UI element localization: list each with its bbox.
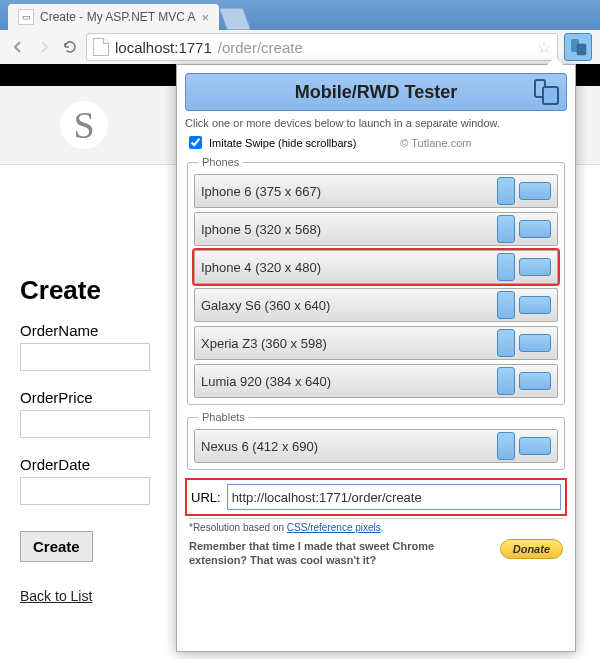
new-tab-button[interactable] — [219, 8, 251, 30]
portrait-button[interactable] — [497, 291, 515, 319]
device-label: Iphone 6 (375 x 667) — [201, 184, 493, 199]
device-label: Iphone 4 (320 x 480) — [201, 260, 493, 275]
rwd-tester-extension-button[interactable] — [564, 33, 592, 61]
browser-tab[interactable]: ▭ Create - My ASP.NET MVC A × — [8, 4, 219, 30]
close-icon[interactable]: × — [202, 10, 210, 25]
popup-title: Mobile/RWD Tester — [185, 73, 567, 111]
landscape-button[interactable] — [519, 437, 551, 455]
resolution-footnote: *Resolution based on CSS/reference pixel… — [189, 518, 563, 533]
url-label: URL: — [191, 490, 221, 505]
url-host: localhost:1771 — [115, 39, 212, 56]
portrait-button[interactable] — [497, 329, 515, 357]
tab-favicon-icon: ▭ — [18, 9, 34, 25]
portrait-button[interactable] — [497, 253, 515, 281]
popup-footer: Remember that time I made that sweet Chr… — [185, 539, 567, 568]
portrait-button[interactable] — [497, 177, 515, 205]
page-icon — [93, 38, 109, 56]
browser-toolbar: localhost:1771/order/create ☆ — [0, 30, 600, 65]
svg-rect-1 — [577, 44, 586, 55]
portrait-button[interactable] — [497, 215, 515, 243]
bookmark-star-icon[interactable]: ☆ — [537, 38, 551, 57]
group-legend: Phones — [198, 156, 243, 168]
landscape-button[interactable] — [519, 220, 551, 238]
device-row[interactable]: Iphone 5 (320 x 568) — [194, 212, 558, 246]
copyright-text: © Tutlane.com — [400, 137, 471, 149]
footnote-prefix: *Resolution based on — [189, 522, 287, 533]
back-to-list-link[interactable]: Back to List — [20, 588, 92, 604]
landscape-button[interactable] — [519, 258, 551, 276]
imitate-swipe-checkbox[interactable] — [189, 136, 202, 149]
address-bar[interactable]: localhost:1771/order/create ☆ — [86, 33, 558, 61]
url-path: /order/create — [218, 39, 303, 56]
device-row[interactable]: Iphone 4 (320 x 480) — [194, 250, 558, 284]
popup-subtitle: Click one or more devices below to launc… — [185, 117, 567, 129]
group-legend: Phablets — [198, 411, 249, 423]
tab-strip: ▭ Create - My ASP.NET MVC A × — [0, 0, 600, 30]
landscape-button[interactable] — [519, 296, 551, 314]
device-label: Lumia 920 (384 x 640) — [201, 374, 493, 389]
site-logo-icon: S — [60, 101, 108, 149]
svg-rect-3 — [543, 87, 558, 104]
popup-url-input[interactable] — [227, 484, 561, 510]
device-row[interactable]: Nexus 6 (412 x 690) — [194, 429, 558, 463]
portrait-button[interactable] — [497, 432, 515, 460]
device-label: Galaxy S6 (360 x 640) — [201, 298, 493, 313]
popup-logo-icon — [532, 78, 560, 106]
create-button[interactable]: Create — [20, 531, 93, 562]
input-orderprice[interactable] — [20, 410, 150, 438]
device-group-phones: PhonesIphone 6 (375 x 667)Iphone 5 (320 … — [187, 156, 565, 405]
device-row[interactable]: Galaxy S6 (360 x 640) — [194, 288, 558, 322]
forward-icon — [34, 37, 54, 57]
portrait-button[interactable] — [497, 367, 515, 395]
device-label: Nexus 6 (412 x 690) — [201, 439, 493, 454]
landscape-button[interactable] — [519, 372, 551, 390]
footnote-link[interactable]: CSS/reference pixels — [287, 522, 381, 533]
reload-icon[interactable] — [60, 37, 80, 57]
input-ordername[interactable] — [20, 343, 150, 371]
tab-title: Create - My ASP.NET MVC A — [40, 10, 196, 24]
extension-popup: Mobile/RWD Tester Click one or more devi… — [176, 64, 576, 652]
device-label: Xperia Z3 (360 x 598) — [201, 336, 493, 351]
imitate-swipe-label: Imitate Swipe (hide scrollbars) — [209, 137, 356, 149]
popup-title-text: Mobile/RWD Tester — [295, 82, 457, 103]
url-row: URL: — [187, 480, 565, 514]
device-group-phablets: PhabletsNexus 6 (412 x 690) — [187, 411, 565, 470]
input-orderdate[interactable] — [20, 477, 150, 505]
donate-button[interactable]: Donate — [500, 539, 563, 559]
landscape-button[interactable] — [519, 334, 551, 352]
landscape-button[interactable] — [519, 182, 551, 200]
device-row[interactable]: Xperia Z3 (360 x 598) — [194, 326, 558, 360]
remember-text: Remember that time I made that sweet Chr… — [189, 539, 494, 568]
device-row[interactable]: Iphone 6 (375 x 667) — [194, 174, 558, 208]
device-label: Iphone 5 (320 x 568) — [201, 222, 493, 237]
device-row[interactable]: Lumia 920 (384 x 640) — [194, 364, 558, 398]
back-icon[interactable] — [8, 37, 28, 57]
footnote-suffix: . — [381, 522, 384, 533]
